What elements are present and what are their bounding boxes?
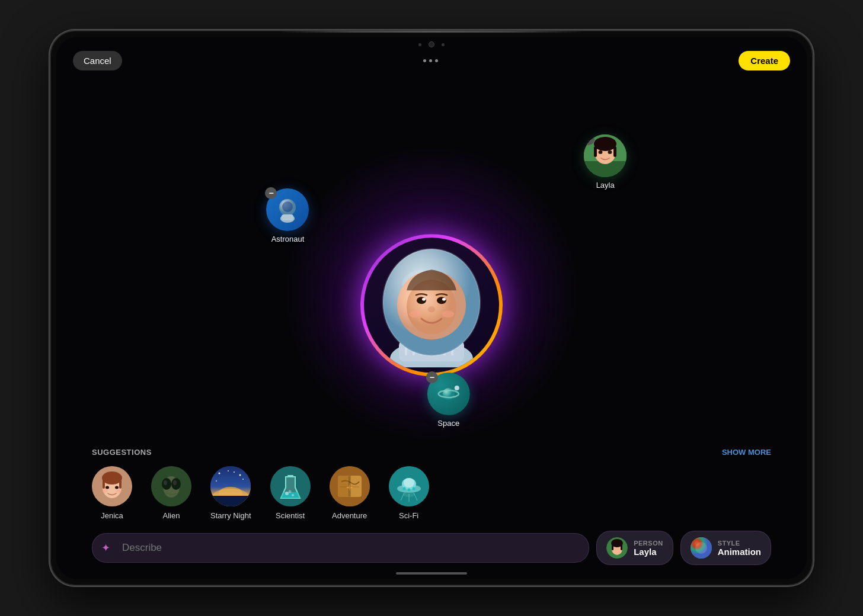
person-value: Layla [634,547,663,557]
svg-rect-62 [210,496,251,506]
svg-point-51 [173,480,177,485]
svg-point-42 [106,486,109,489]
space-floating-item[interactable]: − Space [427,373,470,428]
screen: Cancel Create [56,37,807,579]
style-label: STYLE [718,540,761,547]
svg-rect-41 [119,479,122,489]
svg-point-18 [409,310,421,317]
svg-point-45 [116,489,122,493]
suggestion-starry-night[interactable]: Starry Night [210,466,251,520]
person-avatar [606,537,628,559]
svg-rect-86 [621,544,622,550]
suggestions-header: SUGGESTIONS SHOW MORE [92,448,771,457]
suggestion-jenica[interactable]: Jenica [92,466,132,520]
layla-floating-item[interactable]: − [584,134,627,190]
svg-point-77 [404,478,414,487]
starry-night-icon [210,466,251,506]
person-info: PERSON Layla [634,540,663,557]
svg-rect-40 [103,479,105,489]
suggestion-scifi[interactable]: Sci-Fi [389,466,429,520]
svg-point-79 [402,487,405,490]
svg-point-32 [599,150,603,154]
show-more-button[interactable]: SHOW MORE [722,448,771,457]
more-options[interactable] [423,59,438,62]
svg-point-17 [428,306,435,312]
input-wrapper: ✦ [92,533,589,563]
svg-point-33 [608,150,612,154]
svg-point-65 [292,494,294,496]
suggestion-scientist[interactable]: Scientist [270,466,311,520]
svg-rect-73 [349,476,351,497]
suggestions-title: SUGGESTIONS [92,448,152,457]
scifi-label: Sci-Fi [399,511,418,520]
jenica-icon [92,466,132,506]
cancel-button[interactable]: Cancel [73,51,122,70]
svg-point-66 [288,490,291,493]
dot-3 [435,59,438,62]
svg-rect-24 [282,214,293,220]
svg-point-50 [164,480,167,485]
adventure-icon [330,466,370,506]
svg-rect-31 [613,146,616,157]
space-remove-badge[interactable]: − [426,371,438,383]
svg-point-80 [407,489,410,492]
camera-bar [418,41,445,47]
svg-point-22 [282,201,293,212]
home-indicator [396,572,467,575]
scientist-icon [270,466,311,506]
space-label: Space [437,419,459,428]
describe-input[interactable] [92,533,589,563]
svg-point-19 [442,310,454,317]
starry-night-label: Starry Night [210,511,251,520]
style-pill[interactable]: STYLE Animation [680,531,771,565]
suggestion-adventure[interactable]: Adventure [330,466,370,520]
svg-rect-85 [612,544,613,550]
astronaut-label: Astronaut [271,235,305,243]
suggestions-bar: SUGGESTIONS SHOW MORE [56,448,807,520]
svg-point-43 [115,486,119,489]
suggestions-list: Jenica [92,466,771,520]
suggestion-alien[interactable]: Alien [151,466,191,520]
svg-point-29 [594,137,616,151]
svg-rect-67 [287,475,293,477]
jenica-label: Jenica [101,511,123,520]
space-icon: − [427,373,470,415]
svg-point-15 [422,298,426,301]
dot-2 [429,59,432,62]
astronaut-avatar-svg [372,243,491,367]
style-value: Animation [718,547,761,557]
scientist-label: Scientist [276,511,305,520]
avatar-inner [364,238,499,373]
astronaut-floating-item[interactable]: − Astronaut [266,188,309,243]
bottom-toolbar: ✦ PERSON Layla [56,531,807,565]
svg-point-16 [442,298,446,301]
person-label: PERSON [634,540,663,547]
layla-icon: − [584,134,627,177]
svg-point-81 [412,487,415,490]
center-avatar [360,234,503,376]
svg-point-36 [455,386,459,390]
alien-label: Alien [163,511,180,520]
svg-point-54 [219,473,220,474]
svg-point-39 [102,471,122,485]
layla-label: Layla [596,181,615,190]
adventure-label: Adventure [332,511,367,520]
svg-point-55 [228,470,229,471]
svg-point-57 [216,480,217,482]
camera-mic [442,43,445,46]
style-avatar [691,537,712,559]
camera-lens [429,41,434,47]
camera-sensor [418,43,421,46]
dot-1 [423,59,426,62]
style-info: STYLE Animation [718,540,761,557]
sparkle-icon: ✦ [101,541,110,554]
svg-rect-70 [338,476,350,497]
svg-point-44 [102,489,108,493]
avatar-ring [360,234,503,376]
svg-point-64 [285,492,289,495]
create-button[interactable]: Create [739,51,790,70]
svg-point-88 [695,542,707,554]
astronaut-icon: − [266,188,309,231]
person-pill[interactable]: PERSON Layla [596,531,673,565]
tablet-frame: Cancel Create [49,30,814,586]
